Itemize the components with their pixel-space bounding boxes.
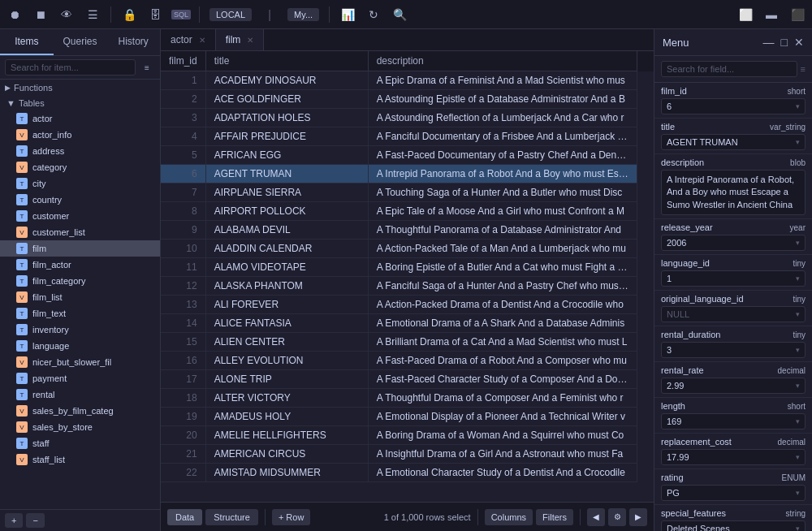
table-row[interactable]: 1 ACADEMY DINOSAUR A Epic Drama of a Fem… (161, 71, 654, 90)
nav-settings-btn[interactable]: ⚙ (608, 508, 626, 526)
table-row[interactable]: 21 AMERICAN CIRCUS A Insightful Drama of… (161, 445, 654, 464)
sidebar-item-staff-list[interactable]: V staff_list (0, 451, 160, 468)
close-actor-tab[interactable]: ✕ (199, 36, 205, 45)
col-film-id[interactable]: film_id (161, 51, 205, 71)
sql-icon[interactable]: SQL (173, 6, 189, 23)
field-value-release_year[interactable]: 2006 ▾ (661, 235, 806, 251)
table-row[interactable]: 6 AGENT TRUMAN A Intrepid Panorama of a … (161, 165, 654, 183)
bottom-tab-data[interactable]: Data (167, 509, 202, 525)
search-icon[interactable]: 🔍 (391, 6, 408, 23)
table-row[interactable]: 3 ADAPTATION HOLES A Astounding Reflecti… (161, 109, 654, 127)
table-row[interactable]: 12 ALASKA PHANTOM A Fanciful Saga of a H… (161, 277, 654, 296)
field-value-replacement_cost[interactable]: 17.99 ▾ (661, 449, 806, 465)
field-value-film_id[interactable]: 6 ▾ (661, 98, 806, 114)
sidebar-item-sales-store[interactable]: V sales_by_store (0, 419, 160, 435)
table-row[interactable]: 2 ACE GOLDFINGER A Astounding Epistle of… (161, 90, 654, 109)
table-row[interactable]: 18 ALTER VICTORY A Thoughtful Drama of a… (161, 389, 654, 408)
film-actor-label: film_actor (32, 260, 71, 270)
maximize-btn[interactable]: □ (781, 36, 788, 49)
table-row[interactable]: 14 ALICE FANTASIA A Emotional Drama of a… (161, 314, 654, 333)
tab-queries[interactable]: Queries (54, 29, 107, 55)
col-description[interactable]: description (368, 51, 637, 71)
table-row[interactable]: 13 ALI FOREVER A Action-Packed Drama of … (161, 296, 654, 314)
grid3-icon[interactable]: ⬛ (789, 6, 806, 23)
nav-next-btn[interactable]: ▶ (629, 508, 647, 526)
close-btn[interactable]: ✕ (794, 36, 804, 49)
eye-icon[interactable]: 👁 (58, 6, 75, 23)
sidebar-item-rental[interactable]: T rental (0, 386, 160, 403)
table-row[interactable]: 17 ALONE TRIP A Fast-Paced Character Stu… (161, 370, 654, 389)
table-row[interactable]: 22 AMISTAD MIDSUMMER A Emotional Charact… (161, 464, 654, 482)
table-row[interactable]: 4 AFFAIR PREJUDICE A Fanciful Documentar… (161, 127, 654, 146)
table-row[interactable]: 5 AFRICAN EGG A Fast-Paced Documentary o… (161, 146, 654, 165)
sidebar-item-film[interactable]: T film (0, 240, 160, 257)
field-value-rental_duration[interactable]: 3 ▾ (661, 342, 806, 358)
field-value-language_id[interactable]: 1 ▾ (661, 270, 806, 287)
sidebar-item-nicer[interactable]: V nicer_but_slower_fil (0, 354, 160, 370)
remove-button[interactable]: − (26, 513, 44, 528)
tab-items[interactable]: Items (0, 29, 54, 55)
filters-btn[interactable]: Filters (536, 509, 573, 525)
chart-icon[interactable]: 📊 (339, 6, 356, 23)
db-name[interactable]: My... (287, 8, 319, 21)
grid1-icon[interactable]: ⬜ (737, 6, 754, 23)
nav-prev-btn[interactable]: ◀ (587, 508, 605, 526)
sidebar-item-city[interactable]: T city (0, 175, 160, 192)
sidebar-item-address[interactable]: T address (0, 143, 160, 159)
table-row[interactable]: 11 ALAMO VIDEOTAPE A Boring Epistle of a… (161, 258, 654, 277)
field-value-original_language_id[interactable]: NULL ▾ (661, 306, 806, 322)
record-icon[interactable]: ⏺ (6, 6, 23, 23)
sidebar-item-language[interactable]: T language (0, 338, 160, 354)
tab-film[interactable]: film ✕ (216, 29, 265, 50)
field-value-description[interactable]: A Intrepid Panorama of a Robot, And a Bo… (661, 170, 806, 215)
sidebar-item-film-actor[interactable]: T film_actor (0, 257, 160, 273)
field-value-rental_rate[interactable]: 2.99 ▾ (661, 378, 806, 394)
bottom-tab-structure[interactable]: Structure (205, 509, 258, 525)
table-row[interactable]: 15 ALIEN CENTER A Brilliant Drama of a C… (161, 333, 654, 352)
field-value-special_features[interactable]: Deleted Scenes ▾ (661, 520, 806, 531)
sidebar-item-country[interactable]: T country (0, 192, 160, 208)
add-button[interactable]: + (5, 513, 23, 528)
add-row-btn[interactable]: + Row (272, 509, 311, 525)
sidebar-item-inventory[interactable]: T inventory (0, 322, 160, 338)
table-row[interactable]: 16 ALLEY EVOLUTION A Fast-Paced Drama of… (161, 352, 654, 370)
table-row[interactable]: 10 ALADDIN CALENDAR A Action-Packed Tale… (161, 240, 654, 258)
functions-section[interactable]: ▶ Functions (0, 80, 160, 96)
panel-search-input[interactable] (661, 61, 797, 77)
col-title[interactable]: title (205, 51, 368, 71)
tables-header[interactable]: ▼ Tables (0, 96, 160, 110)
refresh-icon[interactable]: ↻ (365, 6, 382, 23)
sidebar-item-actor[interactable]: T actor (0, 110, 160, 127)
table-row[interactable]: 9 ALABAMA DEVIL A Thoughtful Panorama of… (161, 221, 654, 240)
grid2-icon[interactable]: ▬ (763, 6, 780, 23)
stop-icon[interactable]: ⏹ (32, 6, 49, 23)
sidebar-item-payment[interactable]: T payment (0, 370, 160, 386)
sidebar-item-film-category[interactable]: T film_category (0, 273, 160, 289)
field-value-title[interactable]: AGENT TRUMAN ▾ (661, 134, 806, 150)
sidebar-item-sales-film[interactable]: V sales_by_film_categ (0, 403, 160, 419)
minimize-btn[interactable]: — (763, 36, 775, 49)
tab-actor[interactable]: actor ✕ (161, 29, 216, 50)
sidebar-item-customer-list[interactable]: V customer_list (0, 224, 160, 240)
table-row[interactable]: 19 AMADEUS HOLY A Emotional Display of a… (161, 408, 654, 426)
search-input[interactable] (5, 59, 136, 76)
table-row[interactable]: 8 AIRPORT POLLOCK A Epic Tale of a Moose… (161, 202, 654, 221)
field-value-rating[interactable]: PG ▾ (661, 485, 806, 501)
sidebar-item-actor-info[interactable]: V actor_info (0, 127, 160, 143)
sidebar-item-category[interactable]: V category (0, 159, 160, 175)
sidebar-item-film-list[interactable]: V film_list (0, 289, 160, 305)
table-row[interactable]: 7 AIRPLANE SIERRA A Touching Saga of a H… (161, 183, 654, 202)
db-icon[interactable]: 🗄 (147, 6, 163, 23)
field-header-length: length short (661, 401, 806, 411)
field-value-length[interactable]: 169 ▾ (661, 413, 806, 430)
list-icon[interactable]: ☰ (84, 6, 101, 23)
filter-icon[interactable]: ≡ (139, 59, 155, 76)
table-row[interactable]: 20 AMELIE HELLFIGHTERS A Boring Drama of… (161, 426, 654, 445)
tab-history[interactable]: History (106, 29, 160, 55)
lock-icon[interactable]: 🔒 (121, 6, 137, 23)
columns-btn[interactable]: Columns (485, 509, 533, 525)
sidebar-item-film-text[interactable]: T film_text (0, 305, 160, 322)
close-film-tab[interactable]: ✕ (247, 36, 253, 45)
sidebar-item-customer[interactable]: T customer (0, 208, 160, 224)
sidebar-item-staff[interactable]: T staff (0, 435, 160, 451)
